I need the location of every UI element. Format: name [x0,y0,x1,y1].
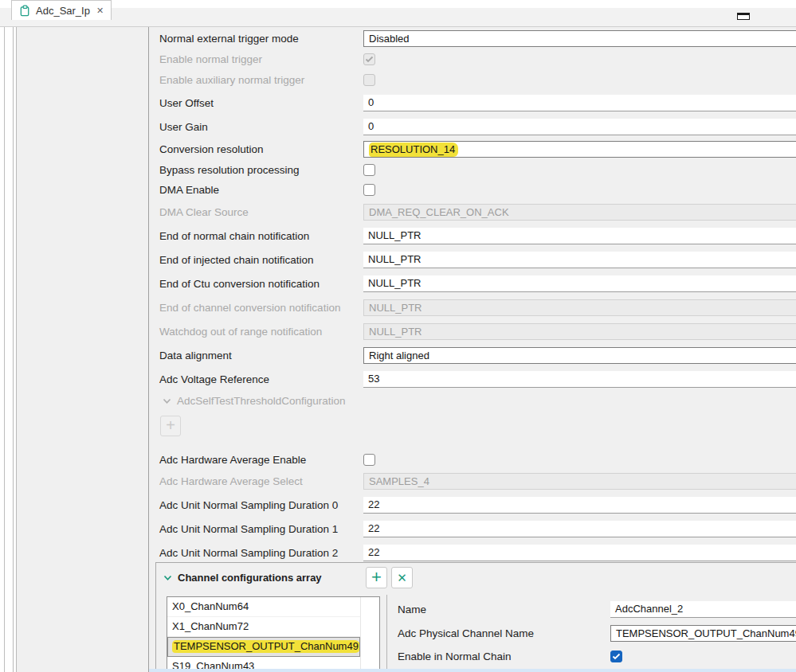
minimize-pane-icon[interactable] [737,13,750,20]
field-label: Normal external trigger mode [159,33,363,45]
form-row-adc-unit-normal-sampling-duration-1: Adc Unit Normal Sampling Duration 122 [159,517,796,541]
form-row-enable-auxiliary-normal-trigger: Enable auxiliary normal trigger [159,69,796,91]
field-label: Name [398,604,610,615]
left-splitter-line [4,27,5,672]
form-row-adc-hardware-average-select: Adc Hardware Average SelectSAMPLES_4 [159,470,796,493]
tab-title: Adc_Sar_Ip [36,5,90,17]
form-row-end-of-injected-chain-notification: End of injected chain notificationNULL_P… [159,248,796,272]
combo-data-alignment[interactable]: Right aligned [363,347,796,364]
form-row-enable-normal-trigger: Enable normal trigger [159,49,796,69]
list-item[interactable]: X0_ChanNum64 [167,597,360,617]
input-adc-unit-normal-sampling-duration-1[interactable]: 22 [363,521,796,537]
add-entry-button-disabled: + [160,416,181,436]
input-name[interactable]: AdcChannel_2 [610,601,796,618]
form-row-end-of-channel-conversion-notification: End of channel conversion notificationNU… [159,295,796,319]
field-label: Adc Hardware Average Enable [159,454,363,466]
form-row-dma-enable: DMA Enable [159,179,796,200]
form-row-adc-unit-normal-sampling-duration-2: Adc Unit Normal Sampling Duration 222 [159,541,796,565]
channel-array-title: Channel configurations array [178,572,322,584]
add-row: + [159,416,796,449]
field-label: Enable auxiliary normal trigger [159,74,363,86]
horizontal-scrollbar[interactable] [149,669,796,672]
panel-vertical-divider [386,595,387,672]
field-label: End of injected chain notification [159,254,363,266]
field-label: Data alignment [159,350,363,361]
form-row-dma-clear-source: DMA Clear SourceDMA_REQ_CLEAR_ON_ACK [159,200,796,224]
remove-channel-button[interactable]: ✕ [391,567,413,588]
form-row-user-gain: User Gain0 [159,115,796,139]
field-label: Bypass resolution processing [159,164,363,176]
section-adcselftestthresholdconfiguration: AdcSelfTestThresholdConfiguration [159,391,796,411]
input-adc-unit-normal-sampling-duration-0[interactable]: 22 [363,497,796,514]
highlighted-list-value: TEMPSENSOR_OUTPUT_ChanNum49 [172,640,360,653]
input-watchdog-out-of-range-notification: NULL_PTR [363,323,796,340]
detail-row-adc-physical-channel-name: Adc Physical Channel NameTEMPSENSOR_OUTP… [398,625,796,642]
field-label: Enable normal trigger [159,53,363,65]
input-user-offset[interactable]: 0 [363,95,796,111]
combo-dma-clear-source: DMA_REQ_CLEAR_ON_ACK [363,204,796,221]
editor-window: Adc_Sar_Ip ✕ Normal external trigger mod… [0,0,796,672]
field-label: DMA Clear Source [159,206,363,218]
tab-adc-sar-ip[interactable]: Adc_Sar_Ip ✕ [11,0,112,20]
input-adc-voltage-reference[interactable]: 53 [363,371,796,388]
field-label: User Gain [159,121,363,133]
input-end-of-ctu-conversion-notification[interactable]: NULL_PTR [363,275,796,292]
form-row-watchdog-out-of-range-notification: Watchdog out of range notificationNULL_P… [159,319,796,343]
checkbox-bypass-resolution-processing[interactable] [363,164,375,176]
field-label: Conversion resolution [159,143,363,155]
list-item[interactable]: TEMPSENSOR_OUTPUT_ChanNum49 [167,637,360,657]
combo-conversion-resolution[interactable]: RESOLUTION_14 [363,141,796,158]
field-label: DMA Enable [159,184,363,196]
form-row-adc-hardware-average-enable: Adc Hardware Average Enable [159,449,796,470]
input-end-of-channel-conversion-notification: NULL_PTR [363,299,796,316]
checkbox-enable-in-normal-chain[interactable] [610,651,622,662]
form-row-bypass-resolution-processing: Bypass resolution processing [159,160,796,179]
form-row-conversion-resolution: Conversion resolutionRESOLUTION_14 [159,139,796,160]
detail-row-enable-in-normal-chain: Enable in Normal Chain [398,651,796,662]
input-end-of-injected-chain-notification[interactable]: NULL_PTR [363,252,796,268]
checkbox-enable-auxiliary-normal-trigger [363,74,375,86]
adc-sar-config-form: Normal external trigger modeDisabledEnab… [149,27,796,565]
channel-list[interactable]: X0_ChanNum64X1_ChanNum72TEMPSENSOR_OUTPU… [167,596,380,672]
config-file-icon [19,5,31,17]
form-row-data-alignment: Data alignmentRight aligned [159,343,796,367]
field-label: Adc Unit Normal Sampling Duration 1 [159,523,363,535]
combo-adc-hardware-average-select: SAMPLES_4 [363,473,796,490]
checkbox-enable-normal-trigger [363,53,375,65]
field-label: Enable in Normal Chain [398,651,610,662]
input-user-gain[interactable]: 0 [363,119,796,135]
checkbox-dma-enable[interactable] [363,184,375,196]
chevron-down-icon [163,398,171,404]
field-label: End of channel conversion notification [159,302,363,314]
field-label: Adc Unit Normal Sampling Duration 2 [159,547,363,559]
form-row-adc-unit-normal-sampling-duration-0: Adc Unit Normal Sampling Duration 022 [159,493,796,517]
checkbox-adc-hardware-average-enable[interactable] [363,454,375,466]
tab-bar [0,8,796,27]
highlighted-value: RESOLUTION_14 [369,143,458,157]
tab-close-icon[interactable]: ✕ [96,6,104,16]
combo-normal-external-trigger-mode[interactable]: Disabled [363,30,796,47]
form-row-adc-voltage-reference: Adc Voltage Reference53 [159,367,796,391]
list-item[interactable]: X1_ChanNum72 [167,617,360,637]
input-end-of-normal-chain-notification[interactable]: NULL_PTR [363,228,796,244]
list-column-divider [360,597,361,672]
form-row-end-of-ctu-conversion-notification: End of Ctu conversion notificationNULL_P… [159,272,796,295]
field-label: Adc Unit Normal Sampling Duration 0 [159,499,363,511]
form-row-end-of-normal-chain-notification: End of normal chain notificationNULL_PTR [159,224,796,248]
form-left-divider [148,27,149,672]
input-adc-unit-normal-sampling-duration-2[interactable]: 22 [363,545,796,561]
channel-configurations-panel: Channel configurations array + ✕ X0_Chan… [155,562,796,672]
form-row-user-offset: User Offset0 [159,91,796,115]
field-label: Adc Hardware Average Select [159,475,363,487]
form-row-normal-external-trigger-mode: Normal external trigger modeDisabled [159,28,796,49]
section-label: AdcSelfTestThresholdConfiguration [177,395,346,407]
field-label: Adc Physical Channel Name [398,627,610,639]
add-channel-button[interactable]: + [366,567,387,588]
field-label: User Offset [159,97,363,109]
chevron-down-icon[interactable] [163,575,172,581]
combo-adc-physical-channel-name[interactable]: TEMPSENSOR_OUTPUT_ChanNum49 [610,625,796,642]
field-label: End of normal chain notification [159,230,363,242]
field-label: End of Ctu conversion notification [159,278,363,290]
collapsed-sash[interactable] [13,27,17,672]
detail-row-name: NameAdcChannel_2 [398,601,796,618]
